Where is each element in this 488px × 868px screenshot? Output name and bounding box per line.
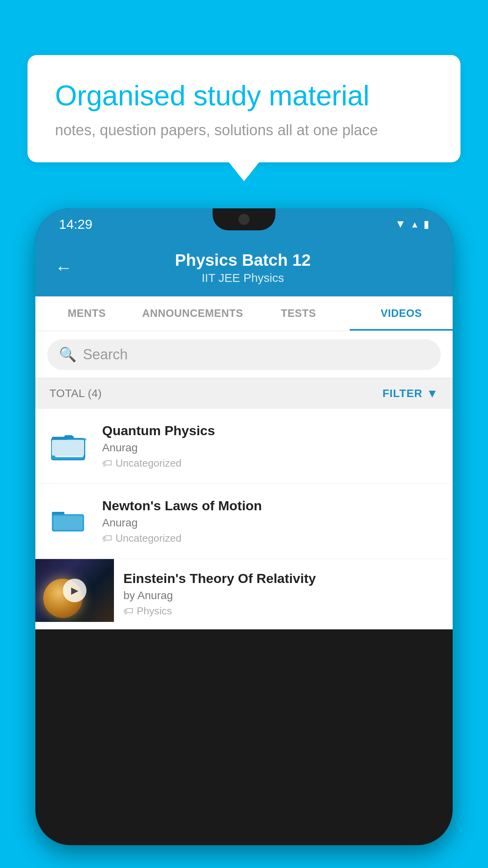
video-tag-1: 🏷 Uncategorized (102, 457, 441, 469)
tab-videos[interactable]: VIDEOS (350, 296, 453, 331)
battery-icon: ▮ (424, 218, 429, 230)
header-subtitle: IIT JEE Physics (84, 271, 402, 285)
video-author-2: Anurag (102, 517, 441, 529)
status-time: 14:29 (59, 217, 92, 232)
status-icons: ▼ ▴ ▮ (395, 218, 429, 230)
tab-ments[interactable]: MENTS (35, 296, 138, 331)
video-title-2: Newton's Laws of Motion (102, 498, 441, 513)
header-title-group: Physics Batch 12 IIT JEE Physics (84, 251, 402, 285)
list-item[interactable]: Newton's Laws of Motion Anurag 🏷 Uncateg… (35, 484, 453, 559)
list-item[interactable]: Quantum Physics Anurag 🏷 Uncategorized (35, 409, 453, 484)
video-tag-3: 🏷 Physics (123, 605, 443, 617)
signal-icon: ▴ (412, 218, 417, 230)
search-input-wrapper[interactable]: 🔍 Search (47, 339, 441, 370)
video-info-2: Newton's Laws of Motion Anurag 🏷 Uncateg… (102, 498, 441, 544)
tag-icon-1: 🏷 (102, 457, 112, 469)
list-item[interactable]: ▶ Einstein's Theory Of Relativity by Anu… (35, 559, 453, 629)
total-count: TOTAL (4) (50, 387, 102, 400)
svg-rect-12 (53, 516, 83, 530)
folder-icon (51, 506, 86, 537)
video-title-3: Einstein's Theory Of Relativity (123, 571, 443, 586)
tabs-bar: MENTS ANNOUNCEMENTS TESTS VIDEOS (35, 296, 453, 331)
bubble-subtitle: notes, question papers, solutions all at… (55, 122, 433, 139)
tag-icon-2: 🏷 (102, 532, 112, 544)
search-icon: 🔍 (59, 346, 77, 363)
phone-container: 14:29 ▼ ▴ ▮ ← Physics Batch 12 IIT JEE P… (35, 208, 453, 868)
video-info-3: Einstein's Theory Of Relativity by Anura… (114, 559, 453, 629)
svg-rect-8 (52, 440, 84, 456)
video-thumbnail-image: ▶ (35, 559, 114, 622)
back-button[interactable]: ← (55, 258, 72, 278)
search-container: 🔍 Search (35, 331, 453, 378)
camera-dot (238, 214, 250, 225)
speech-bubble-card: Organised study material notes, question… (28, 55, 460, 162)
video-author-1: Anurag (102, 441, 441, 454)
bubble-title: Organised study material (55, 79, 433, 112)
video-thumbnail-1 (47, 425, 90, 468)
filter-button[interactable]: FILTER ▼ (382, 387, 438, 400)
filter-icon: ▼ (426, 387, 438, 400)
phone-mockup: 14:29 ▼ ▴ ▮ ← Physics Batch 12 IIT JEE P… (35, 208, 453, 845)
filter-label: FILTER (382, 387, 422, 400)
folder-icon (51, 430, 86, 462)
play-button[interactable]: ▶ (63, 579, 86, 602)
speech-bubble-section: Organised study material notes, question… (28, 55, 460, 162)
search-placeholder: Search (83, 346, 128, 363)
video-tag-2: 🏷 Uncategorized (102, 532, 441, 544)
video-title-1: Quantum Physics (102, 423, 441, 438)
filter-row: TOTAL (4) FILTER ▼ (35, 378, 453, 409)
tab-tests[interactable]: TESTS (247, 296, 350, 331)
video-info-1: Quantum Physics Anurag 🏷 Uncategorized (102, 423, 441, 469)
app-header: ← Physics Batch 12 IIT JEE Physics (35, 240, 453, 296)
phone-notch (213, 208, 275, 230)
video-thumbnail-2 (47, 500, 90, 543)
tag-icon-3: 🏷 (123, 605, 134, 617)
header-title: Physics Batch 12 (84, 251, 402, 270)
screen-content: 🔍 Search TOTAL (4) FILTER ▼ (35, 331, 453, 629)
wifi-icon: ▼ (395, 218, 406, 230)
tab-announcements[interactable]: ANNOUNCEMENTS (138, 296, 247, 331)
status-bar: 14:29 ▼ ▴ ▮ (35, 208, 453, 240)
video-author-3: by Anurag (123, 589, 443, 602)
video-list: Quantum Physics Anurag 🏷 Uncategorized (35, 409, 453, 629)
